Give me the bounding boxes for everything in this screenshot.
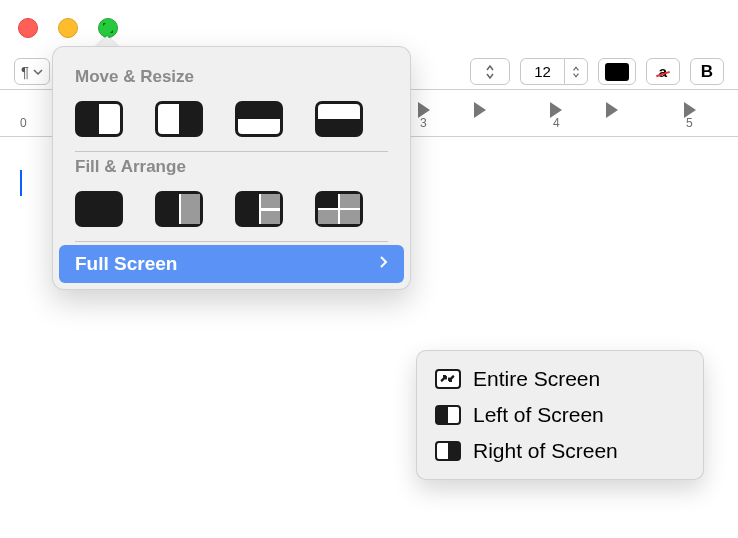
zoom-glyph-icon (102, 22, 114, 34)
font-size-stepper-button[interactable] (564, 58, 588, 85)
font-selector-button[interactable] (470, 58, 510, 85)
move-resize-row (53, 93, 410, 151)
tab-stop-icon[interactable] (684, 102, 696, 118)
tile-left-button[interactable] (75, 101, 123, 137)
section-fill-arrange: Fill & Arrange (53, 151, 410, 183)
left-of-screen-icon (435, 405, 461, 425)
submenu-left-of-screen[interactable]: Left of Screen (425, 397, 695, 433)
text-cursor (20, 170, 22, 196)
fill-arrange-row (53, 183, 410, 241)
arrange-left-right-button[interactable] (155, 191, 203, 227)
tile-bottom-button[interactable] (315, 101, 363, 137)
tab-stop-icon[interactable] (606, 102, 618, 118)
updown-chevron-icon (572, 64, 580, 80)
tile-top-button[interactable] (235, 101, 283, 137)
bold-button[interactable]: B (690, 58, 724, 85)
tab-stop-icon[interactable] (474, 102, 486, 118)
pilcrow-icon: ¶ (21, 63, 29, 80)
ruler-mark: 4 (553, 116, 560, 130)
chevron-right-icon (378, 253, 388, 275)
section-move-resize: Move & Resize (53, 61, 410, 93)
arrange-quad-button[interactable] (315, 191, 363, 227)
submenu-right-of-screen[interactable]: Right of Screen (425, 433, 695, 469)
chevron-down-icon (33, 67, 43, 77)
font-size-value[interactable]: 12 (520, 58, 564, 85)
color-swatch-icon (605, 63, 629, 81)
full-screen-label: Full Screen (75, 253, 177, 275)
separator (75, 241, 388, 242)
bold-icon: B (701, 62, 713, 82)
tab-stop-icon[interactable] (550, 102, 562, 118)
entire-screen-icon (435, 369, 461, 389)
ruler-mark: 3 (420, 116, 427, 130)
font-size-stepper[interactable]: 12 (520, 58, 588, 85)
window-zoom-button[interactable] (98, 18, 118, 38)
strike-a-icon: a (659, 63, 667, 80)
submenu-label: Left of Screen (473, 403, 604, 427)
ruler-mark: 5 (686, 116, 693, 130)
full-screen-row[interactable]: Full Screen (59, 245, 404, 283)
right-of-screen-icon (435, 441, 461, 461)
full-screen-submenu: Entire Screen Left of Screen Right of Sc… (416, 350, 704, 480)
updown-chevron-icon (485, 63, 495, 81)
submenu-label: Entire Screen (473, 367, 600, 391)
window-close-button[interactable] (18, 18, 38, 38)
tab-stop-icon[interactable] (418, 102, 430, 118)
window-zoom-popover: Move & Resize Fill & Arrange Full Screen (52, 46, 411, 290)
separator (75, 151, 388, 152)
submenu-label: Right of Screen (473, 439, 618, 463)
tile-right-button[interactable] (155, 101, 203, 137)
fill-screen-button[interactable] (75, 191, 123, 227)
window-minimize-button[interactable] (58, 18, 78, 38)
paragraph-styles-button[interactable]: ¶ (14, 58, 50, 85)
ruler-mark: 0 (20, 116, 27, 130)
arrange-left-stack-button[interactable] (235, 191, 283, 227)
text-color-button[interactable] (598, 58, 636, 85)
submenu-entire-screen[interactable]: Entire Screen (425, 361, 695, 397)
strikethrough-color-button[interactable]: a (646, 58, 680, 85)
